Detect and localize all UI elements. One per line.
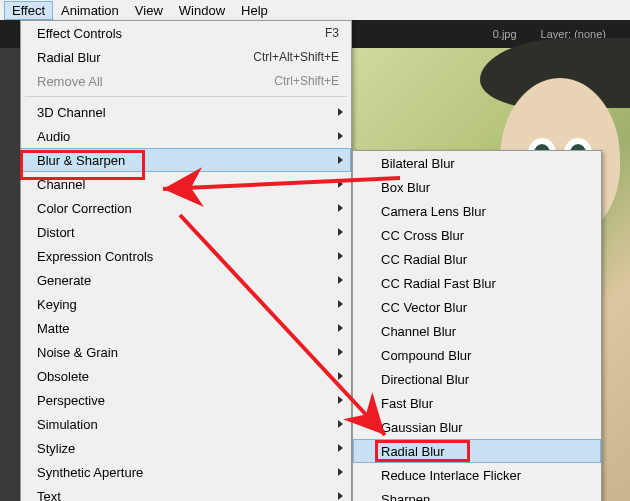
menu-item-label: Perspective <box>37 393 330 408</box>
effect-item-3d-channel[interactable]: 3D Channel <box>21 100 351 124</box>
effect-item-stylize[interactable]: Stylize <box>21 436 351 460</box>
effect-item-effect-controls[interactable]: Effect ControlsF3 <box>21 21 351 45</box>
blur-item-reduce-interlace-flicker[interactable]: Reduce Interlace Flicker <box>353 463 601 487</box>
blur-item-fast-blur[interactable]: Fast Blur <box>353 391 601 415</box>
blur-item-box-blur[interactable]: Box Blur <box>353 175 601 199</box>
blur-item-cc-vector-blur[interactable]: CC Vector Blur <box>353 295 601 319</box>
menu-item-label: Channel Blur <box>381 324 593 339</box>
submenu-arrow-icon <box>338 204 343 212</box>
submenu-arrow-icon <box>338 348 343 356</box>
menu-item-label: 3D Channel <box>37 105 330 120</box>
menubar: Effect Animation View Window Help <box>0 0 630 20</box>
submenu-arrow-icon <box>338 276 343 284</box>
document-tab[interactable]: 0.jpg <box>493 28 541 40</box>
effect-item-expression-controls[interactable]: Expression Controls <box>21 244 351 268</box>
menu-item-label: Audio <box>37 129 330 144</box>
annotation-box-blur-sharpen <box>20 150 145 180</box>
effect-item-matte[interactable]: Matte <box>21 316 351 340</box>
submenu-arrow-icon <box>338 468 343 476</box>
effect-item-simulation[interactable]: Simulation <box>21 412 351 436</box>
submenu-arrow-icon <box>338 132 343 140</box>
blur-item-directional-blur[interactable]: Directional Blur <box>353 367 601 391</box>
submenu-arrow-icon <box>338 372 343 380</box>
menu-view[interactable]: View <box>127 1 171 20</box>
blur-item-compound-blur[interactable]: Compound Blur <box>353 343 601 367</box>
menu-item-label: Reduce Interlace Flicker <box>381 468 593 483</box>
menu-item-label: CC Radial Fast Blur <box>381 276 593 291</box>
effect-item-noise-grain[interactable]: Noise & Grain <box>21 340 351 364</box>
menu-item-label: Radial Blur <box>37 50 253 65</box>
submenu-arrow-icon <box>338 444 343 452</box>
menu-effect[interactable]: Effect <box>4 1 53 20</box>
blur-item-cc-radial-fast-blur[interactable]: CC Radial Fast Blur <box>353 271 601 295</box>
menu-item-label: Gaussian Blur <box>381 420 593 435</box>
effect-item-separator <box>25 96 347 97</box>
effect-item-remove-all: Remove AllCtrl+Shift+E <box>21 69 351 93</box>
submenu-arrow-icon <box>338 156 343 164</box>
menu-item-label: Box Blur <box>381 180 593 195</box>
menu-item-label: Text <box>37 489 330 502</box>
effect-item-synthetic-aperture[interactable]: Synthetic Aperture <box>21 460 351 484</box>
blur-item-gaussian-blur[interactable]: Gaussian Blur <box>353 415 601 439</box>
effect-item-radial-blur[interactable]: Radial BlurCtrl+Alt+Shift+E <box>21 45 351 69</box>
menu-window[interactable]: Window <box>171 1 233 20</box>
blur-item-camera-lens-blur[interactable]: Camera Lens Blur <box>353 199 601 223</box>
submenu-arrow-icon <box>338 300 343 308</box>
menu-item-label: CC Cross Blur <box>381 228 593 243</box>
submenu-arrow-icon <box>338 252 343 260</box>
annotation-box-radial-blur <box>375 440 470 462</box>
menu-item-label: Directional Blur <box>381 372 593 387</box>
effect-item-color-correction[interactable]: Color Correction <box>21 196 351 220</box>
blur-item-sharpen[interactable]: Sharpen <box>353 487 601 501</box>
submenu-arrow-icon <box>338 180 343 188</box>
menu-item-label: Fast Blur <box>381 396 593 411</box>
menu-item-label: Stylize <box>37 441 330 456</box>
effect-item-perspective[interactable]: Perspective <box>21 388 351 412</box>
menu-item-label: Effect Controls <box>37 26 325 41</box>
submenu-arrow-icon <box>338 324 343 332</box>
blur-item-cc-cross-blur[interactable]: CC Cross Blur <box>353 223 601 247</box>
menu-item-shortcut: F3 <box>325 26 343 40</box>
submenu-arrow-icon <box>338 108 343 116</box>
menu-item-label: Simulation <box>37 417 330 432</box>
effect-item-keying[interactable]: Keying <box>21 292 351 316</box>
effect-item-audio[interactable]: Audio <box>21 124 351 148</box>
menu-item-label: Distort <box>37 225 330 240</box>
effect-dropdown: Effect ControlsF3Radial BlurCtrl+Alt+Shi… <box>20 20 352 501</box>
menu-item-label: Color Correction <box>37 201 330 216</box>
submenu-arrow-icon <box>338 396 343 404</box>
menu-item-shortcut: Ctrl+Alt+Shift+E <box>253 50 343 64</box>
menu-animation[interactable]: Animation <box>53 1 127 20</box>
menu-item-label: Keying <box>37 297 330 312</box>
effect-item-obsolete[interactable]: Obsolete <box>21 364 351 388</box>
effect-item-distort[interactable]: Distort <box>21 220 351 244</box>
submenu-arrow-icon <box>338 228 343 236</box>
menu-item-shortcut: Ctrl+Shift+E <box>274 74 343 88</box>
menu-item-label: CC Radial Blur <box>381 252 593 267</box>
menu-item-label: Expression Controls <box>37 249 330 264</box>
menu-item-label: Noise & Grain <box>37 345 330 360</box>
menu-help[interactable]: Help <box>233 1 276 20</box>
menu-item-label: CC Vector Blur <box>381 300 593 315</box>
menu-item-label: Compound Blur <box>381 348 593 363</box>
menu-item-label: Bilateral Blur <box>381 156 593 171</box>
effect-item-text[interactable]: Text <box>21 484 351 501</box>
menu-item-label: Remove All <box>37 74 274 89</box>
blur-item-bilateral-blur[interactable]: Bilateral Blur <box>353 151 601 175</box>
menu-item-label: Camera Lens Blur <box>381 204 593 219</box>
blur-item-channel-blur[interactable]: Channel Blur <box>353 319 601 343</box>
menu-item-label: Generate <box>37 273 330 288</box>
menu-item-label: Obsolete <box>37 369 330 384</box>
blur-item-cc-radial-blur[interactable]: CC Radial Blur <box>353 247 601 271</box>
menu-item-label: Matte <box>37 321 330 336</box>
submenu-arrow-icon <box>338 420 343 428</box>
effect-item-generate[interactable]: Generate <box>21 268 351 292</box>
submenu-arrow-icon <box>338 492 343 500</box>
menu-item-label: Synthetic Aperture <box>37 465 330 480</box>
menu-item-label: Sharpen <box>381 492 593 502</box>
